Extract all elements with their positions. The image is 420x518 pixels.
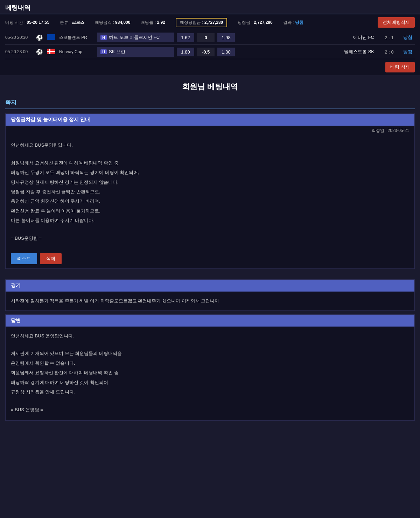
match-status: 당첨 — [401, 49, 415, 55]
summary-odds-value: 2.92 — [157, 20, 165, 25]
match-league: 스코틀랜드 PR — [59, 35, 94, 41]
flag-icon — [46, 49, 56, 55]
summary-result-value: 당첨 — [295, 20, 303, 25]
match-score: 0 — [197, 33, 215, 42]
game-header: 경기 — [6, 280, 414, 292]
summary-category-label: 분류 : — [60, 20, 72, 25]
sport-icon: ⚽ — [36, 49, 43, 55]
match-odds-away: 1.98 — [217, 33, 235, 42]
page-header-title: 베팅내역 — [5, 4, 415, 12]
list-button[interactable]: 리스트 — [11, 253, 37, 264]
match-score: -0.5 — [197, 48, 215, 56]
match-team-home: H SK 브란 — [97, 47, 174, 57]
game-body-text: 시작전에 말하든가 적특을 주든가 씨발 이거 하락줄도모르겠고 환전내주기 싫… — [11, 297, 409, 305]
notice-card-body: 안녕하세요 BUS운영팀입니다.회원님께서 요청하신 환전에 대하여 베팅내역 … — [6, 136, 414, 249]
sport-icon: ⚽ — [36, 34, 43, 41]
notice-body-lines: 안녕하세요 BUS운영팀입니다.회원님께서 요청하신 환전에 대하여 베팅내역 … — [11, 141, 409, 242]
notice-delete-button[interactable]: 삭제 — [40, 253, 62, 264]
summary-odds: 배당률 : 2.92 — [141, 20, 165, 26]
delete-all-button[interactable]: 전체베팅삭제 — [378, 17, 415, 28]
summary-winning-value: 2,727,280 — [254, 20, 272, 25]
summary-category-value: 크로스 — [72, 20, 84, 25]
flag-icon — [46, 34, 56, 41]
bet-delete-row: 베팅 삭제 — [0, 59, 420, 75]
notice-card-meta: 작성일 : 2023-05-21 — [6, 126, 414, 136]
match-table: 05-20 20:30 ⚽ 스코틀랜드 PR H 하트 오브 미들로시언 FC … — [0, 30, 420, 59]
page-title: 회원님 베팅내역 — [0, 75, 420, 96]
summary-winning-label: 당첨금 : — [238, 20, 254, 25]
game-body: 시작전에 말하든가 적특을 주든가 씨발 이거 하락줄도모르겠고 환전내주기 싫… — [6, 292, 414, 310]
home-team-name: SK 브란 — [109, 49, 125, 55]
summary-expected-label: 예상당첨금 : — [180, 20, 204, 25]
summary-amount-label: 배팅금액 : — [95, 20, 115, 25]
summary-category: 분류 : 크로스 — [60, 20, 84, 26]
match-team-home: H 하트 오브 미들로시언 FC — [97, 33, 174, 42]
summary-amount: 배팅금액 : 934,000 — [95, 20, 130, 26]
betting-summary-bar: 베팅 시간 : 05-20 17:55 분류 : 크로스 배팅금액 : 934,… — [0, 14, 420, 30]
reply-block: 답변 안녕하세요 BUS 운영팀입니다.게시판에 기재되어 있으며 모든 회원님… — [5, 314, 415, 421]
summary-result: 결과 : 당첨 — [283, 20, 303, 26]
notice-section: 쪽지 당첨금차감 및 놀이터이용 정지 안내 작성일 : 2023-05-21 … — [0, 96, 420, 276]
table-row: 05-20 20:30 ⚽ 스코틀랜드 PR H 하트 오브 미들로시언 FC … — [5, 30, 415, 45]
match-odds-home: 1.62 — [177, 33, 194, 42]
notice-date-value: 2023-05-21 — [388, 128, 409, 133]
home-badge: H — [100, 35, 107, 40]
qa-section: 경기 시작전에 말하든가 적특을 주든가 씨발 이거 하락줄도모르겠고 환전내주… — [0, 276, 420, 431]
game-block: 경기 시작전에 말하든가 적특을 주든가 씨발 이거 하락줄도모르겠고 환전내주… — [5, 279, 415, 310]
notice-card-actions: 리스트 삭제 — [6, 249, 414, 268]
summary-expected: 예상당첨금 : 2,727,280 — [176, 18, 227, 27]
match-team-away: 에버딘 FC — [238, 34, 378, 41]
notice-card: 당첨금차감 및 놀이터이용 정지 안내 작성일 : 2023-05-21 안녕하… — [5, 113, 415, 269]
match-odds-home: 1.80 — [177, 48, 194, 56]
page-header: 베팅내역 — [0, 0, 420, 14]
notice-date-label: 작성일 : — [372, 128, 388, 133]
match-status: 당첨 — [401, 34, 415, 41]
summary-time: 베팅 시간 : 05-20 17:55 — [5, 20, 49, 26]
match-result: 2 : 0 — [380, 49, 398, 55]
summary-result-label: 결과 : — [283, 20, 295, 25]
match-date: 05-20 20:30 — [5, 35, 33, 40]
reply-header: 답변 — [6, 315, 414, 327]
reply-body-lines: 안녕하세요 BUS 운영팀입니다.게시판에 기재되어 있으며 모든 회원님들의 … — [11, 332, 409, 414]
summary-time-label: 베팅 시간 : — [5, 20, 27, 25]
summary-amount-value: 934,000 — [115, 20, 130, 25]
summary-winning: 당첨금 : 2,727,280 — [238, 20, 272, 26]
match-result: 2 : 1 — [380, 35, 398, 40]
table-row: 05-20 23:00 ⚽ Norway Cup H SK 브란 1.80 -0… — [5, 45, 415, 59]
notice-section-header: 쪽지 — [5, 99, 415, 109]
home-team-name: 하트 오브 미들로시언 FC — [109, 34, 160, 41]
summary-expected-value: 2,727,280 — [204, 20, 223, 25]
match-date: 05-20 23:00 — [5, 49, 33, 54]
summary-time-value: 05-20 17:55 — [27, 20, 49, 25]
home-badge: H — [100, 49, 107, 54]
match-team-away: 달레스트롬 SK — [238, 49, 378, 55]
bet-delete-button[interactable]: 베팅 삭제 — [385, 62, 415, 72]
notice-card-title: 당첨금차감 및 놀이터이용 정지 안내 — [6, 114, 414, 126]
summary-odds-label: 배당률 : — [141, 20, 157, 25]
reply-body: 안녕하세요 BUS 운영팀입니다.게시판에 기재되어 있으며 모든 회원님들의 … — [6, 327, 414, 421]
match-odds-away: 1.80 — [217, 48, 235, 56]
match-league: Norway Cup — [59, 49, 94, 54]
